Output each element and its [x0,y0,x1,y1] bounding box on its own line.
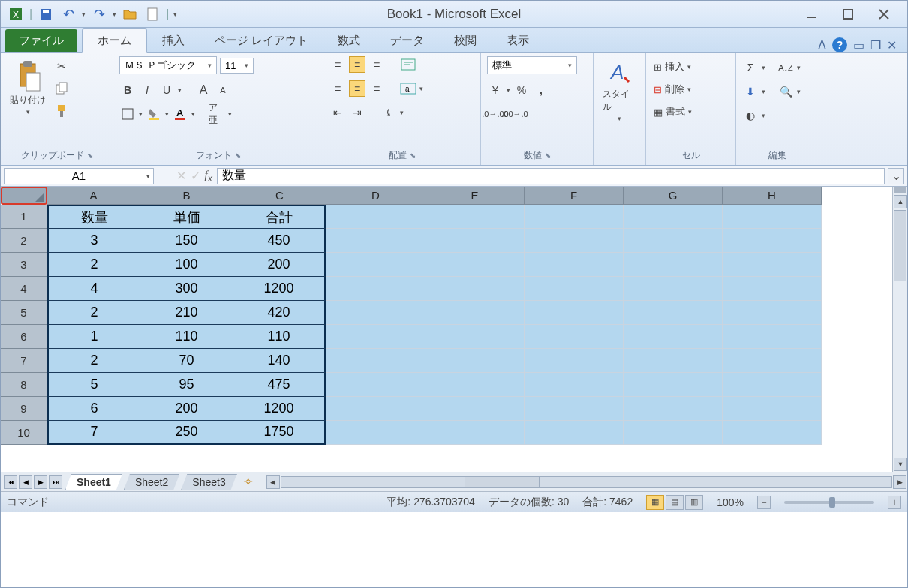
column-header-E[interactable]: E [425,187,525,205]
vertical-scrollbar[interactable]: ▲ ▼ [892,187,907,472]
window-close-icon[interactable]: ✕ [887,38,897,52]
cell-H10[interactable] [723,421,822,445]
align-left-icon[interactable]: ≡ [329,80,346,97]
border-icon[interactable] [119,106,136,122]
cell-D9[interactable] [326,397,425,421]
fx-icon[interactable]: fx [205,169,212,184]
window-restore-icon[interactable]: ❐ [870,38,881,52]
row-header-4[interactable]: 4 [1,277,47,301]
shrink-font-icon[interactable]: A [215,82,231,98]
cell-B10[interactable]: 250 [140,421,233,445]
phonetic-icon[interactable]: ア亜 [209,106,225,122]
select-all-corner[interactable] [1,187,47,205]
zoom-in-icon[interactable]: + [888,496,901,509]
cell-A5[interactable]: 2 [47,301,140,325]
view-pagelayout-icon[interactable]: ▤ [666,495,684,510]
new-sheet-icon[interactable]: ✧ [239,475,258,489]
cell-F4[interactable] [525,277,624,301]
cell-D4[interactable] [326,277,425,301]
cell-A9[interactable]: 6 [47,397,140,421]
cell-G8[interactable] [624,373,723,397]
cell-F9[interactable] [525,397,624,421]
cell-F5[interactable] [525,301,624,325]
clipboard-launcher-icon[interactable]: ⬊ [87,152,93,160]
cell-D6[interactable] [326,325,425,349]
redo-icon[interactable]: ↷ [90,5,108,23]
new-doc-icon[interactable] [143,5,161,23]
row-header-9[interactable]: 9 [1,397,47,421]
cell-G1[interactable] [624,205,723,229]
minimize-button[interactable] [804,6,820,22]
column-header-C[interactable]: C [233,187,326,205]
cell-B9[interactable]: 200 [140,397,233,421]
cell-C6[interactable]: 110 [233,325,326,349]
cell-C2[interactable]: 450 [233,229,326,253]
cell-G3[interactable] [624,253,723,277]
cell-E7[interactable] [425,349,525,373]
cell-B2[interactable]: 150 [140,229,233,253]
align-center-icon[interactable]: ≡ [349,80,365,97]
font-size-combo[interactable]: 11▾ [220,58,254,74]
scroll-down-icon[interactable]: ▼ [894,458,907,471]
enter-formula-icon[interactable]: ✓ [191,169,200,183]
cell-D7[interactable] [326,349,425,373]
column-header-H[interactable]: H [723,187,822,205]
cell-D8[interactable] [326,373,425,397]
paste-button[interactable]: 貼り付け ▾ [7,56,49,118]
sheet-nav-prev-icon[interactable]: ◀ [19,476,32,489]
row-header-2[interactable]: 2 [1,229,47,253]
column-header-B[interactable]: B [140,187,233,205]
find-icon[interactable]: 🔍 [777,83,794,100]
cell-B1[interactable]: 単価 [140,205,233,229]
font-color-icon[interactable]: A [172,106,188,122]
hscroll-thumb[interactable] [465,476,540,488]
cell-F7[interactable] [525,349,624,373]
cell-E5[interactable] [425,301,525,325]
cell-C5[interactable]: 420 [233,301,326,325]
pagelayout-tab[interactable]: ページ レイアウト [200,29,323,52]
styles-button[interactable]: A スタイル ▾ [600,56,639,125]
align-top-icon[interactable]: ≡ [329,56,346,73]
cell-H5[interactable] [723,301,822,325]
cell-H7[interactable] [723,349,822,373]
underline-icon[interactable]: U [158,82,175,98]
sheet-nav-first-icon[interactable]: ⏮ [4,476,17,489]
bold-icon[interactable]: B [119,82,136,98]
cell-A2[interactable]: 3 [47,229,140,253]
decrease-decimal-icon[interactable]: .00→.0 [507,106,523,122]
cell-F8[interactable] [525,373,624,397]
cell-A6[interactable]: 1 [47,325,140,349]
sheet-nav-next-icon[interactable]: ▶ [34,476,47,489]
view-pagebreak-icon[interactable]: ▥ [685,495,703,510]
orientation-icon[interactable]: ⤹ [380,104,397,121]
cell-G5[interactable] [624,301,723,325]
column-header-F[interactable]: F [525,187,624,205]
formula-input[interactable]: 数量 [217,168,885,184]
cell-H6[interactable] [723,325,822,349]
format-cells-button[interactable]: ▦書式▾ [652,104,693,119]
cell-G7[interactable] [624,349,723,373]
window-minimize-icon[interactable]: ▭ [853,38,864,52]
cell-G4[interactable] [624,277,723,301]
number-launcher-icon[interactable]: ⬊ [545,152,551,160]
sheet-tab-2[interactable]: Sheet2 [124,474,179,490]
align-middle-icon[interactable]: ≡ [349,56,365,73]
cell-E1[interactable] [425,205,525,229]
cell-C9[interactable]: 1200 [233,397,326,421]
review-tab[interactable]: 校閲 [439,29,492,52]
alignment-launcher-icon[interactable]: ⬊ [410,152,416,160]
cell-B4[interactable]: 300 [140,277,233,301]
paste-dropdown[interactable]: ▾ [26,108,30,116]
cell-H8[interactable] [723,373,822,397]
row-header-8[interactable]: 8 [1,373,47,397]
formula-expand-icon[interactable]: ⌄ [888,168,904,184]
cell-H1[interactable] [723,205,822,229]
ribbon-collapse-icon[interactable]: ᐱ [818,38,826,52]
fill-icon[interactable]: ⬇ [742,83,759,100]
number-format-combo[interactable]: 標準▾ [487,56,577,74]
zoom-level[interactable]: 100% [717,496,744,508]
cell-A3[interactable]: 2 [47,253,140,277]
qat-customize-dropdown[interactable]: ▾ [173,10,177,18]
help-icon[interactable]: ? [832,38,847,52]
cell-B5[interactable]: 210 [140,301,233,325]
